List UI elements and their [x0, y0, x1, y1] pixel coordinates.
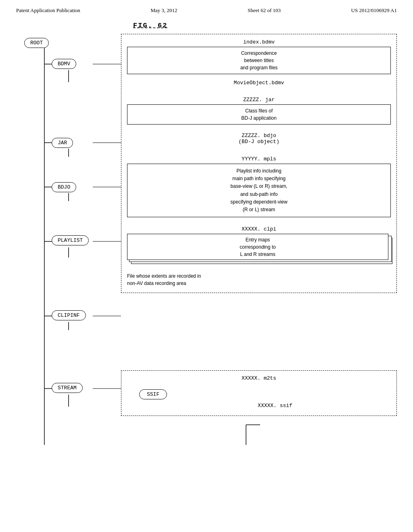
- figure-title: FIG. 62: [133, 22, 167, 29]
- nonav-text: File whose extents are recorded innon-AV…: [127, 270, 391, 289]
- node-clipinf: CLIPINF: [52, 310, 86, 320]
- entry-bdjo: ZZZZZ. bdjo(BD-J object): [127, 133, 391, 145]
- right-panel-main: index.bdmv Correspondencebetween titlesa…: [121, 34, 397, 293]
- entry-jar: ZZZZZ. jar Class files ofBD-J applicatio…: [127, 97, 391, 125]
- page-header: Patent Application Publication May 3, 20…: [0, 0, 413, 18]
- node-playlist: PLAYLIST: [52, 235, 89, 245]
- entry-movieobject: MovieObject.bdmv: [127, 80, 391, 86]
- header-date: May 3, 2012: [150, 7, 177, 14]
- node-root: ROOT: [24, 38, 49, 48]
- entry-m2ts: XXXXX. m2ts: [127, 375, 391, 381]
- header-patent: US 2012/0106929 A1: [351, 7, 397, 14]
- right-panel-stream: XXXXX. m2ts SSIF XXXXX. ssif: [121, 370, 397, 416]
- node-jar: JAR: [52, 138, 73, 148]
- node-bdmv: BDMV: [52, 59, 76, 69]
- node-ssif-entry: SSIF XXXXX. ssif: [139, 389, 391, 409]
- entry-mpls: YYYYY. mpls Playlist info includingmain …: [127, 156, 391, 217]
- entry-index-bdmv: index.bdmv Correspondencebetween titlesa…: [127, 39, 391, 74]
- header-publication: Patent Application Publication: [16, 7, 80, 14]
- node-bdjo: BDJO: [52, 182, 76, 192]
- header-sheet: Sheet 62 of 103: [248, 7, 281, 14]
- entry-clpi: XXXXX. clpi Entry mapscorresponding toL …: [127, 226, 391, 266]
- node-stream: STREAM: [52, 383, 83, 393]
